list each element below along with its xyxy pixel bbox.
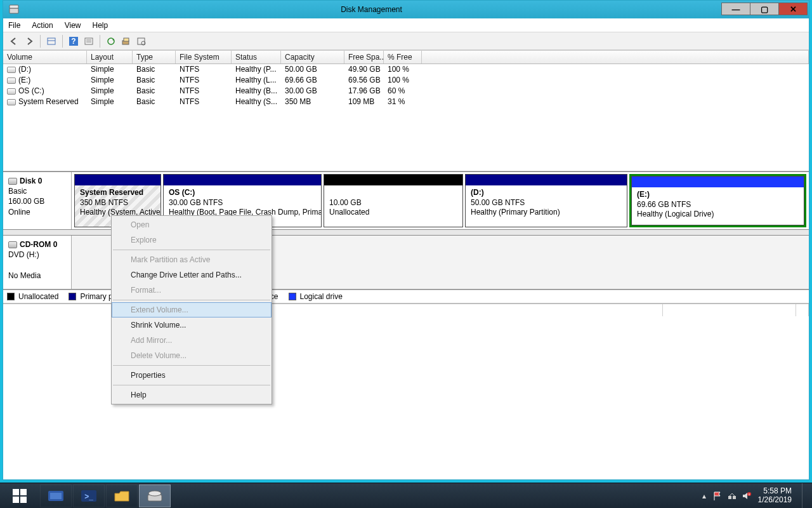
window-title: Disk Management — [21, 5, 722, 14]
toolbar: ? — [3, 32, 809, 50]
svg-text:?: ? — [71, 37, 75, 46]
column-header[interactable]: Type — [133, 51, 176, 64]
column-header[interactable]: Layout — [87, 51, 133, 64]
column-header[interactable]: Status — [232, 51, 281, 64]
properties-icon[interactable] — [134, 34, 148, 48]
svg-point-23 — [148, 491, 161, 496]
svg-rect-16 — [13, 497, 19, 503]
context-menu-item: Add Mirror... — [112, 333, 272, 348]
volume-list: VolumeLayoutTypeFile SystemStatusCapacit… — [3, 50, 809, 171]
svg-rect-14 — [13, 489, 19, 495]
drive-icon — [7, 99, 16, 105]
column-header[interactable]: Capacity — [281, 51, 344, 64]
context-menu-item: Extend Volume... — [112, 302, 272, 318]
context-menu-item: Delete Volume... — [112, 348, 272, 363]
disk-icon — [8, 178, 17, 185]
network-icon[interactable] — [727, 491, 737, 501]
table-row[interactable]: System ReservedSimpleBasicNTFSHealthy (S… — [3, 97, 809, 107]
context-menu-item[interactable]: Help — [112, 387, 272, 403]
table-row[interactable]: (D:)SimpleBasicNTFSHealthy (P...50.00 GB… — [3, 64, 809, 75]
rescan-icon[interactable] — [119, 34, 133, 48]
column-header[interactable]: File System — [176, 51, 232, 64]
context-menu-item: Explore — [112, 232, 272, 248]
menu-view[interactable]: View — [65, 21, 81, 30]
svg-rect-24 — [728, 496, 731, 499]
svg-rect-2 — [48, 38, 55, 44]
svg-rect-0 — [10, 8, 18, 13]
column-header[interactable]: Volume — [3, 51, 87, 64]
table-row[interactable]: (E:)SimpleBasicNTFSHealthy (L...69.66 GB… — [3, 75, 809, 86]
svg-rect-17 — [20, 497, 27, 503]
task-explorer[interactable] — [106, 485, 138, 507]
disk-management-window: Disk Management — ▢ ✕ File Action View H… — [3, 0, 809, 480]
svg-rect-15 — [20, 489, 27, 495]
context-menu-item[interactable]: Shrink Volume... — [112, 318, 272, 333]
show-hide-icon[interactable] — [44, 34, 58, 48]
system-tray: ▴ x 5:58 PM 1/26/2019 — [702, 483, 812, 509]
context-menu-item[interactable]: Properties — [112, 368, 272, 383]
task-disk-management[interactable] — [139, 485, 171, 507]
column-header[interactable]: % Free — [384, 51, 422, 64]
svg-line-26 — [730, 493, 732, 496]
partition-e[interactable]: (E:)69.66 GB NTFSHealthy (Logical Drive) — [629, 174, 806, 227]
show-desktop-button[interactable] — [802, 483, 808, 509]
volume-icon[interactable]: x — [742, 491, 752, 501]
task-server-manager[interactable] — [40, 485, 72, 507]
svg-rect-6 — [85, 38, 93, 44]
tray-expand-icon[interactable]: ▴ — [702, 491, 706, 500]
drive-icon — [7, 77, 16, 84]
partition-unallocated[interactable]: 10.00 GBUnallocated — [324, 174, 463, 227]
context-menu-item: Format... — [112, 283, 272, 298]
menu-action[interactable]: Action — [32, 21, 53, 30]
svg-rect-19 — [50, 493, 62, 499]
window-controls: — ▢ ✕ — [722, 3, 808, 17]
menu-file[interactable]: File — [8, 21, 20, 30]
menu-help[interactable]: Help — [93, 21, 108, 30]
minimize-button[interactable]: — — [721, 3, 750, 15]
forward-icon[interactable] — [22, 34, 36, 48]
svg-text:>_: >_ — [84, 492, 93, 501]
start-button[interactable] — [0, 483, 39, 509]
partition-color-bar — [75, 175, 160, 185]
menubar: File Action View Help — [3, 18, 809, 32]
back-icon[interactable] — [7, 34, 21, 48]
svg-line-27 — [732, 493, 735, 496]
cdrom-icon — [8, 241, 17, 248]
cdrom-label[interactable]: CD-ROM 0 DVD (H:) No Media — [3, 236, 72, 289]
taskbar-clock[interactable]: 5:58 PM 1/26/2019 — [758, 487, 792, 505]
partition-d[interactable]: (D:)50.00 GB NTFSHealthy (Primary Partit… — [465, 174, 627, 227]
table-row[interactable]: OS (C:)SimpleBasicNTFSHealthy (B...30.00… — [3, 86, 809, 97]
task-powershell[interactable]: >_ — [73, 485, 105, 507]
taskbar: >_ ▴ x 5:58 PM 1/26/2019 — [0, 483, 812, 508]
disk0-label[interactable]: Disk 0 Basic 160.00 GB Online — [3, 172, 72, 229]
volume-list-header: VolumeLayoutTypeFile SystemStatusCapacit… — [3, 50, 809, 64]
column-header[interactable]: Free Spa... — [344, 51, 384, 64]
context-menu-item[interactable]: Change Drive Letter and Paths... — [112, 267, 272, 283]
svg-rect-11 — [124, 38, 129, 41]
help-icon[interactable]: ? — [67, 34, 81, 48]
flag-icon[interactable] — [712, 491, 723, 501]
context-menu-item: Mark Partition as Active — [112, 252, 272, 267]
titlebar[interactable]: Disk Management — ▢ ✕ — [3, 1, 809, 18]
drive-icon — [7, 88, 16, 95]
svg-rect-25 — [733, 496, 736, 499]
maximize-button[interactable]: ▢ — [750, 3, 779, 15]
drive-icon — [7, 67, 16, 73]
context-menu-item: Open — [112, 217, 272, 232]
refresh-icon[interactable] — [104, 34, 118, 48]
settings-list-icon[interactable] — [82, 34, 96, 48]
close-button[interactable]: ✕ — [778, 3, 808, 15]
svg-rect-1 — [10, 5, 18, 8]
context-menu: OpenExploreMark Partition as ActiveChang… — [111, 215, 272, 404]
app-icon — [7, 3, 21, 17]
